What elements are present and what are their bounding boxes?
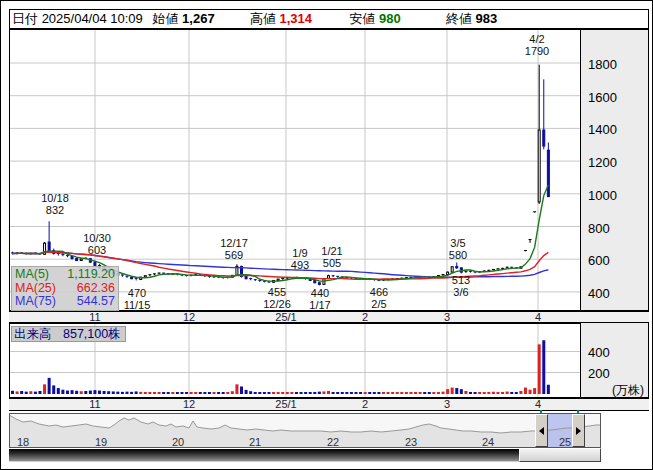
- close-label: 終値: [446, 10, 472, 28]
- high-label: 高値: [250, 10, 276, 28]
- quote-header: 日付 2025/04/04 10:09 始値 1,267 高値 1,314 安値…: [9, 9, 649, 29]
- year-label-19: 19: [95, 436, 107, 448]
- ma75-value: 544.57: [77, 295, 115, 309]
- date-value: 2025/04/04 10:09: [42, 10, 143, 28]
- price-tick-1600: 1600: [588, 90, 617, 105]
- price-tick-1400: 1400: [588, 122, 617, 137]
- ma25-value: 662.36: [77, 282, 115, 296]
- month-label-top-12: 12: [183, 312, 195, 323]
- year-label-20: 20: [172, 436, 184, 448]
- scroll-left-button[interactable]: [535, 414, 548, 447]
- year-label-23: 23: [405, 436, 417, 448]
- left-arrow-icon: [539, 427, 544, 435]
- price-tick-400: 400: [588, 286, 610, 301]
- chart-scrollbar-track[interactable]: [9, 449, 601, 462]
- ma75-row: MA(75) 544.57: [15, 295, 115, 309]
- month-label-top-3: 3: [444, 312, 450, 323]
- ma25-label: MA(25): [15, 282, 56, 296]
- scroll-right-button[interactable]: [572, 414, 585, 447]
- month-axis-top: 111225/1234: [9, 311, 649, 323]
- year-label-22: 22: [327, 436, 339, 448]
- month-label-bottom-12: 12: [183, 399, 195, 410]
- volume-tick-200: 200: [588, 366, 610, 381]
- month-label-top-11: 11: [89, 312, 100, 323]
- month-label-top-4: 4: [535, 312, 541, 323]
- date-label: 日付: [12, 10, 38, 28]
- volume-unit-label: (万株): [612, 382, 644, 399]
- month-label-bottom-4: 4: [535, 399, 541, 410]
- low-label: 安値: [349, 10, 375, 28]
- year-label-21: 21: [249, 436, 261, 448]
- right-arrow-icon: [576, 427, 581, 435]
- ma5-label: MA(5): [15, 268, 49, 282]
- history-navigator[interactable]: 1819202122232425: [9, 413, 601, 448]
- stock-chart-window: 日付 2025/04/04 10:09 始値 1,267 高値 1,314 安値…: [0, 0, 653, 470]
- year-label-18: 18: [17, 436, 29, 448]
- volume-tick-400: 400: [588, 345, 610, 360]
- month-label-top-2: 2: [362, 312, 368, 323]
- price-tick-800: 800: [588, 221, 610, 236]
- open-label: 始値: [152, 10, 178, 28]
- month-label-bottom-2: 2: [362, 399, 368, 410]
- high-value: 1,314: [280, 10, 313, 28]
- open-value: 1,267: [182, 10, 215, 28]
- month-label-bottom-11: 11: [89, 399, 100, 410]
- price-tick-1800: 1800: [588, 57, 617, 72]
- chart-scrollbar-thumb[interactable]: [519, 448, 601, 462]
- volume-label: 出来高: [14, 327, 52, 341]
- month-label-bottom-3: 3: [444, 399, 450, 410]
- year-label-25: 25: [559, 436, 571, 448]
- ma5-row: MA(5) 1,119.20: [15, 268, 115, 282]
- price-tick-1200: 1200: [588, 155, 617, 170]
- ma5-value: 1,119.20: [67, 268, 115, 282]
- ma-legend: MA(5) 1,119.20 MA(25) 662.36 MA(75) 544.…: [11, 266, 119, 311]
- month-label-bottom-25/1: 25/1: [275, 399, 296, 410]
- volume-legend: 出来高 857,100株: [11, 326, 126, 342]
- volume-axis: 400200(万株): [581, 323, 649, 398]
- volume-value: 857,100株: [63, 327, 121, 341]
- year-label-24: 24: [482, 436, 494, 448]
- price-tick-1000: 1000: [588, 188, 617, 203]
- close-value: 983: [476, 10, 498, 28]
- price-tick-600: 600: [588, 253, 610, 268]
- ma25-row: MA(25) 662.36: [15, 282, 115, 296]
- month-axis-bottom: 111225/1234: [9, 398, 649, 411]
- low-value: 980: [379, 10, 401, 28]
- month-label-top-25/1: 25/1: [275, 312, 296, 323]
- price-axis: 18001600140012001000800600400: [581, 29, 649, 311]
- ma75-label: MA(75): [15, 295, 56, 309]
